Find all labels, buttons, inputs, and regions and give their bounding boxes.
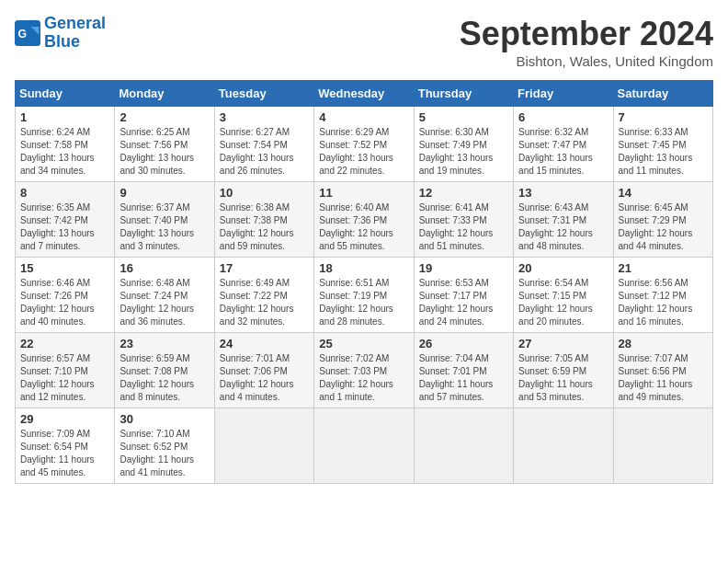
- calendar-title: September 2024: [460, 15, 713, 53]
- col-wednesday: Wednesday: [314, 81, 414, 107]
- day-number: 20: [518, 261, 608, 275]
- day-info: Sunrise: 6:41 AM Sunset: 7:33 PM Dayligh…: [419, 201, 508, 253]
- day-cell-29: 29 Sunrise: 7:09 AM Sunset: 6:54 PM Dayl…: [16, 408, 115, 484]
- day-info: Sunrise: 6:30 AM Sunset: 7:49 PM Dayligh…: [419, 126, 508, 178]
- day-number: 9: [119, 186, 209, 200]
- day-cell-27: 27 Sunrise: 7:05 AM Sunset: 6:59 PM Dayl…: [514, 333, 613, 408]
- day-cell-11: 11 Sunrise: 6:40 AM Sunset: 7:36 PM Dayl…: [314, 182, 414, 258]
- logo-general: General: [44, 14, 106, 32]
- day-number: 12: [419, 186, 508, 200]
- day-number: 25: [319, 337, 408, 350]
- day-number: 28: [619, 337, 708, 350]
- day-info: Sunrise: 6:48 AM Sunset: 7:24 PM Dayligh…: [119, 277, 209, 328]
- day-number: 11: [319, 186, 408, 200]
- day-info: Sunrise: 6:46 AM Sunset: 7:26 PM Dayligh…: [20, 277, 109, 328]
- empty-cell: [314, 408, 414, 484]
- day-cell-28: 28 Sunrise: 7:07 AM Sunset: 6:56 PM Dayl…: [613, 333, 712, 408]
- day-info: Sunrise: 7:02 AM Sunset: 7:03 PM Dayligh…: [319, 352, 408, 404]
- day-cell-15: 15 Sunrise: 6:46 AM Sunset: 7:26 PM Dayl…: [16, 258, 115, 333]
- logo: G General Blue: [15, 15, 106, 52]
- logo-text: General Blue: [44, 15, 106, 52]
- day-number: 21: [619, 261, 708, 275]
- col-thursday: Thursday: [414, 81, 513, 107]
- day-info: Sunrise: 6:35 AM Sunset: 7:42 PM Dayligh…: [20, 201, 109, 253]
- col-monday: Monday: [115, 81, 214, 107]
- day-cell-8: 8 Sunrise: 6:35 AM Sunset: 7:42 PM Dayli…: [16, 182, 115, 258]
- day-cell-4: 4 Sunrise: 6:29 AM Sunset: 7:52 PM Dayli…: [314, 107, 414, 182]
- day-number: 14: [619, 186, 708, 200]
- day-info: Sunrise: 7:04 AM Sunset: 7:01 PM Dayligh…: [419, 352, 508, 404]
- calendar-row: 22 Sunrise: 6:57 AM Sunset: 7:10 PM Dayl…: [16, 333, 713, 408]
- day-number: 7: [619, 110, 708, 124]
- day-number: 18: [319, 261, 408, 275]
- day-number: 13: [518, 186, 608, 200]
- col-sunday: Sunday: [16, 81, 115, 107]
- day-info: Sunrise: 6:29 AM Sunset: 7:52 PM Dayligh…: [319, 126, 408, 178]
- empty-cell: [214, 408, 313, 484]
- day-info: Sunrise: 6:57 AM Sunset: 7:10 PM Dayligh…: [20, 352, 109, 404]
- day-number: 4: [319, 110, 408, 124]
- day-info: Sunrise: 6:27 AM Sunset: 7:54 PM Dayligh…: [220, 126, 309, 178]
- col-saturday: Saturday: [613, 81, 712, 107]
- day-info: Sunrise: 6:51 AM Sunset: 7:19 PM Dayligh…: [319, 277, 408, 328]
- empty-cell: [414, 408, 513, 484]
- title-block: September 2024 Bishton, Wales, United Ki…: [460, 15, 713, 69]
- day-info: Sunrise: 6:53 AM Sunset: 7:17 PM Dayligh…: [419, 277, 508, 328]
- day-cell-24: 24 Sunrise: 7:01 AM Sunset: 7:06 PM Dayl…: [214, 333, 313, 408]
- day-number: 24: [220, 337, 309, 350]
- day-cell-20: 20 Sunrise: 6:54 AM Sunset: 7:15 PM Dayl…: [514, 258, 613, 333]
- day-info: Sunrise: 6:25 AM Sunset: 7:56 PM Dayligh…: [119, 126, 209, 178]
- day-info: Sunrise: 7:01 AM Sunset: 7:06 PM Dayligh…: [220, 352, 309, 404]
- calendar-row: 1 Sunrise: 6:24 AM Sunset: 7:58 PM Dayli…: [16, 107, 713, 182]
- day-cell-10: 10 Sunrise: 6:38 AM Sunset: 7:38 PM Dayl…: [214, 182, 313, 258]
- day-number: 19: [419, 261, 508, 275]
- empty-cell: [514, 408, 613, 484]
- page-header: G General Blue September 2024 Bishton, W…: [15, 15, 713, 69]
- day-number: 10: [220, 186, 309, 200]
- day-cell-2: 2 Sunrise: 6:25 AM Sunset: 7:56 PM Dayli…: [115, 107, 214, 182]
- day-number: 23: [119, 337, 209, 350]
- day-number: 17: [220, 261, 309, 275]
- day-info: Sunrise: 6:33 AM Sunset: 7:45 PM Dayligh…: [619, 126, 708, 178]
- day-cell-13: 13 Sunrise: 6:43 AM Sunset: 7:31 PM Dayl…: [514, 182, 613, 258]
- calendar-row: 29 Sunrise: 7:09 AM Sunset: 6:54 PM Dayl…: [16, 408, 713, 484]
- day-number: 1: [20, 110, 109, 124]
- day-cell-1: 1 Sunrise: 6:24 AM Sunset: 7:58 PM Dayli…: [16, 107, 115, 182]
- day-cell-19: 19 Sunrise: 6:53 AM Sunset: 7:17 PM Dayl…: [414, 258, 513, 333]
- day-number: 22: [20, 337, 109, 350]
- day-number: 6: [518, 110, 608, 124]
- day-info: Sunrise: 6:59 AM Sunset: 7:08 PM Dayligh…: [119, 352, 209, 404]
- day-info: Sunrise: 6:24 AM Sunset: 7:58 PM Dayligh…: [20, 126, 109, 178]
- col-friday: Friday: [514, 81, 613, 107]
- day-cell-25: 25 Sunrise: 7:02 AM Sunset: 7:03 PM Dayl…: [314, 333, 414, 408]
- day-cell-14: 14 Sunrise: 6:45 AM Sunset: 7:29 PM Dayl…: [613, 182, 712, 258]
- col-tuesday: Tuesday: [214, 81, 313, 107]
- day-info: Sunrise: 6:56 AM Sunset: 7:12 PM Dayligh…: [619, 277, 708, 328]
- day-cell-6: 6 Sunrise: 6:32 AM Sunset: 7:47 PM Dayli…: [514, 107, 613, 182]
- day-info: Sunrise: 7:10 AM Sunset: 6:52 PM Dayligh…: [119, 428, 209, 479]
- day-info: Sunrise: 6:40 AM Sunset: 7:36 PM Dayligh…: [319, 201, 408, 253]
- calendar-location: Bishton, Wales, United Kingdom: [460, 53, 713, 69]
- day-number: 26: [419, 337, 508, 350]
- calendar-row: 15 Sunrise: 6:46 AM Sunset: 7:26 PM Dayl…: [16, 258, 713, 333]
- logo-icon: G: [15, 20, 40, 46]
- day-cell-22: 22 Sunrise: 6:57 AM Sunset: 7:10 PM Dayl…: [16, 333, 115, 408]
- day-cell-21: 21 Sunrise: 6:56 AM Sunset: 7:12 PM Dayl…: [613, 258, 712, 333]
- day-info: Sunrise: 7:05 AM Sunset: 6:59 PM Dayligh…: [518, 352, 608, 404]
- day-info: Sunrise: 6:37 AM Sunset: 7:40 PM Dayligh…: [119, 201, 209, 253]
- day-number: 30: [119, 412, 209, 426]
- day-cell-18: 18 Sunrise: 6:51 AM Sunset: 7:19 PM Dayl…: [314, 258, 414, 333]
- day-number: 29: [20, 412, 109, 426]
- day-cell-30: 30 Sunrise: 7:10 AM Sunset: 6:52 PM Dayl…: [115, 408, 214, 484]
- svg-text:G: G: [18, 28, 28, 40]
- day-number: 3: [220, 110, 309, 124]
- day-info: Sunrise: 6:54 AM Sunset: 7:15 PM Dayligh…: [518, 277, 608, 328]
- day-number: 2: [119, 110, 209, 124]
- day-cell-12: 12 Sunrise: 6:41 AM Sunset: 7:33 PM Dayl…: [414, 182, 513, 258]
- column-headers: Sunday Monday Tuesday Wednesday Thursday…: [16, 81, 713, 107]
- day-info: Sunrise: 7:07 AM Sunset: 6:56 PM Dayligh…: [619, 352, 708, 404]
- day-info: Sunrise: 6:45 AM Sunset: 7:29 PM Dayligh…: [619, 201, 708, 253]
- day-number: 5: [419, 110, 508, 124]
- day-cell-3: 3 Sunrise: 6:27 AM Sunset: 7:54 PM Dayli…: [214, 107, 313, 182]
- day-cell-26: 26 Sunrise: 7:04 AM Sunset: 7:01 PM Dayl…: [414, 333, 513, 408]
